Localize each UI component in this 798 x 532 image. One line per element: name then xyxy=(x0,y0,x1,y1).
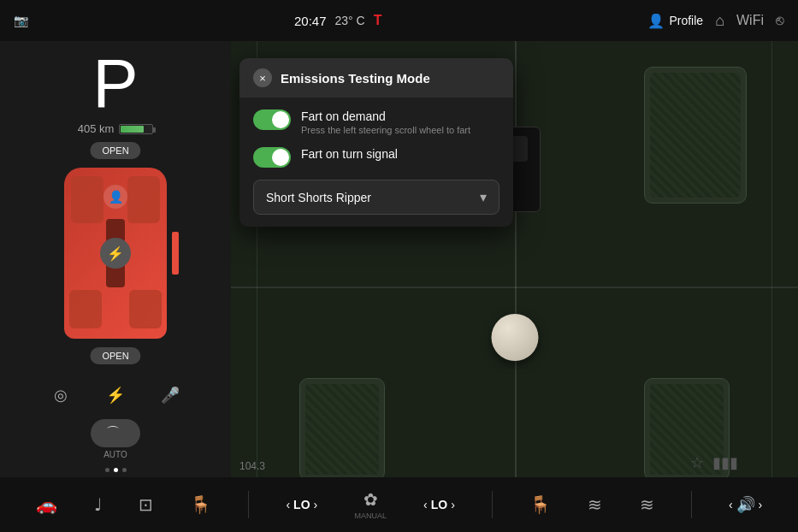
seat-rl xyxy=(69,290,102,328)
fart-demand-main-label: Fart on demand xyxy=(301,109,499,123)
divider-1 xyxy=(248,491,249,518)
bottom-bar: 🚗 ♩ ⊡ 🪑 ‹ LO › ✿ MANUAL ‹ LO › 🪑 xyxy=(0,477,798,532)
bluetooth-icon: ⎋ xyxy=(776,13,784,28)
volume-decrease[interactable]: ‹ xyxy=(729,498,733,511)
fan-label: MANUAL xyxy=(354,511,387,520)
tesla-logo: T xyxy=(374,13,382,28)
charge-indicator xyxy=(172,232,179,275)
charging-icon: 📷 xyxy=(14,14,28,27)
front-seat-left xyxy=(299,378,385,481)
star-icon[interactable]: ☆ xyxy=(690,453,704,472)
fart-demand-toggle[interactable] xyxy=(253,109,291,130)
seat-right-icon: 🪑 xyxy=(529,494,551,515)
temp-display: 23° C xyxy=(335,14,365,27)
equalizer-icon[interactable]: ▮▮▮ xyxy=(712,453,738,472)
wiper-icon: ⌒ xyxy=(106,424,120,442)
person-icon-car: 👤 xyxy=(103,185,127,209)
climate-right-value: LO xyxy=(431,498,447,511)
status-bar: 📷 20:47 23° C T 👤 Profile ⌂ WiFi ⎋ xyxy=(0,0,798,41)
modal-body: Fart on demand Press the left steering s… xyxy=(239,98,513,227)
wiper-label: AUTO xyxy=(103,450,127,459)
lightning-button[interactable]: ⚡ xyxy=(100,380,131,411)
fan-control[interactable]: ✿ MANUAL xyxy=(354,489,387,520)
wiper-button[interactable]: ⌒ xyxy=(91,419,140,447)
sound-ball xyxy=(491,314,538,361)
charge-button[interactable]: ⚡ xyxy=(100,238,131,269)
time-display: 20:47 xyxy=(294,14,327,28)
volume-icon: 🔊 xyxy=(736,495,755,514)
seat-left-icon: 🪑 xyxy=(190,494,211,515)
fart-signal-toggle[interactable] xyxy=(253,147,291,168)
profile-button[interactable]: 👤 Profile xyxy=(647,13,703,29)
battery-bar xyxy=(119,124,153,134)
status-left: 📷 xyxy=(14,14,28,27)
climate-right-row: ‹ LO › xyxy=(423,498,455,511)
music-icon: ♩ xyxy=(94,494,102,515)
volume-increase[interactable]: › xyxy=(759,498,763,511)
fart-signal-main-label: Fart on turn signal xyxy=(301,147,499,161)
right-line xyxy=(771,41,772,532)
gear-indicator: P xyxy=(92,50,138,118)
emissions-modal: × Emissions Testing Mode Fart on demand … xyxy=(239,58,513,227)
bottom-heated-seat-button[interactable]: ≋ xyxy=(588,494,602,515)
seat-rr xyxy=(129,290,162,328)
seat-fr xyxy=(127,176,160,223)
bottom-seat-right-button[interactable]: 🪑 xyxy=(529,494,551,515)
chevron-down-icon: ▾ xyxy=(480,189,487,205)
car-icon: 🚗 xyxy=(36,494,57,515)
climate-left-increase[interactable]: › xyxy=(314,498,318,511)
seat-fl xyxy=(71,176,103,223)
battery-row: 405 km xyxy=(78,122,154,135)
mic-button[interactable]: 🎤 xyxy=(155,380,186,411)
battery-fill xyxy=(121,126,144,133)
fart-demand-sub-label: Press the left steering scroll wheel to … xyxy=(301,125,499,135)
door-bottom-button[interactable]: OPEN xyxy=(90,347,140,364)
wifi-icon: WiFi xyxy=(736,13,764,28)
heated-seat-icon: ≋ xyxy=(588,494,602,515)
sound-dropdown[interactable]: Short Shorts Ripper ▾ xyxy=(253,180,499,215)
bottom-seat-left-button[interactable]: 🪑 xyxy=(190,494,211,515)
home-icon[interactable]: ⌂ xyxy=(715,12,724,30)
dot-3 xyxy=(122,468,127,472)
horizontal-line xyxy=(231,287,798,288)
bottom-car-button[interactable]: 🚗 xyxy=(36,494,57,515)
heated-rear-icon: ≋ xyxy=(640,494,654,515)
fart-signal-label: Fart on turn signal xyxy=(301,147,499,161)
bottom-music-button[interactable]: ♩ xyxy=(94,494,102,515)
nav-icon: ⊡ xyxy=(139,494,153,515)
left-bottom-icons: ◎ ⚡ 🎤 xyxy=(45,380,186,411)
climate-right-increase[interactable]: › xyxy=(451,498,455,511)
battery-tip xyxy=(153,127,156,133)
radio-freq: 104.3 xyxy=(239,460,265,472)
toggle-thumb-2 xyxy=(272,149,289,166)
climate-right-decrease[interactable]: ‹ xyxy=(423,498,428,511)
camera-button[interactable]: ◎ xyxy=(45,380,76,411)
battery-km: 405 km xyxy=(78,122,115,135)
bottom-nav-button[interactable]: ⊡ xyxy=(139,494,153,515)
volume-row: ‹ 🔊 › xyxy=(729,495,762,514)
modal-close-button[interactable]: × xyxy=(253,68,272,87)
toggle-thumb-1 xyxy=(272,111,289,128)
dot-1 xyxy=(105,468,109,472)
left-panel: P 405 km OPEN 👤 xyxy=(0,41,231,532)
climate-left-value: LO xyxy=(293,498,310,511)
divider-2 xyxy=(492,491,493,518)
modal-header: × Emissions Testing Mode xyxy=(239,58,513,98)
climate-left-row: ‹ LO › xyxy=(286,498,317,511)
main-area: × Emissions Testing Mode Fart on demand … xyxy=(231,41,798,532)
page-dots xyxy=(105,468,127,472)
fart-signal-row: Fart on turn signal xyxy=(253,147,499,168)
sound-dropdown-value: Short Shorts Ripper xyxy=(266,191,371,204)
volume-control: ‹ 🔊 › xyxy=(729,495,762,514)
fart-demand-label: Fart on demand Press the left steering s… xyxy=(301,109,499,135)
fan-icon: ✿ xyxy=(364,489,378,510)
profile-label: Profile xyxy=(669,14,703,27)
bottom-heated-rear-button[interactable]: ≋ xyxy=(640,494,654,515)
car-diagram: OPEN 👤 ⚡ OPEN xyxy=(56,142,175,364)
profile-icon: 👤 xyxy=(647,13,665,29)
dot-2 xyxy=(114,468,118,472)
fart-demand-row: Fart on demand Press the left steering s… xyxy=(253,109,499,135)
door-top-button[interactable]: OPEN xyxy=(90,142,140,159)
divider-3 xyxy=(691,491,692,518)
climate-left-decrease[interactable]: ‹ xyxy=(286,498,290,511)
